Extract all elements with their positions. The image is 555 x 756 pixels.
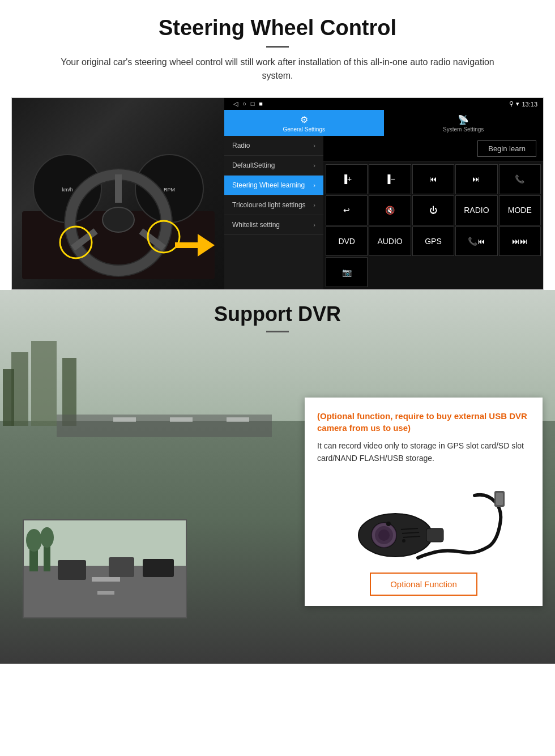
svg-point-43	[402, 539, 405, 543]
gps-btn[interactable]: GPS	[412, 227, 454, 257]
tab-system-label: System Settings	[443, 126, 484, 133]
menu-steering-wheel[interactable]: Steering Wheel learning ›	[224, 176, 323, 195]
prev-btn[interactable]: ⏮	[412, 164, 454, 194]
menu-steering-label: Steering Wheel learning	[232, 181, 305, 189]
dvr-info-box: (Optional function, require to buy exter…	[305, 398, 543, 606]
tab-system-settings[interactable]: 📡 System Settings	[384, 110, 544, 136]
svg-rect-25	[92, 577, 120, 582]
menu-radio[interactable]: Radio ›	[224, 136, 323, 156]
mute-icon: 🔇	[385, 206, 395, 215]
menu-default-setting[interactable]: DefaultSetting ›	[224, 156, 323, 176]
camera-icon: 📷	[342, 268, 352, 277]
steering-title: Steering Wheel Control	[11, 16, 544, 40]
vol-up-btn[interactable]: ▐+	[326, 164, 368, 194]
mute-btn[interactable]: 🔇	[369, 195, 411, 225]
steering-description: Your original car's steering wheel contr…	[45, 55, 510, 83]
menu-tricoloured[interactable]: Tricoloured light settings ›	[224, 195, 323, 215]
steering-title-area: Steering Wheel Control Your original car…	[0, 0, 555, 87]
mode-icon: MODE	[508, 206, 532, 215]
status-time: 13:13	[522, 101, 537, 108]
svg-point-31	[26, 529, 42, 552]
audio-icon: AUDIO	[377, 237, 402, 246]
skip-back-icon: ⏮	[429, 174, 437, 183]
chevron-icon: ›	[313, 221, 315, 228]
dvr-thumbnail	[23, 519, 187, 618]
right-panel: Begin learn ▐+ ▐− ⏮ ⏭ 📞 ↩ 🔇 ⏻ R	[323, 136, 543, 289]
menu-default-label: DefaultSetting	[232, 161, 275, 169]
menu-tricoloured-label: Tricoloured light settings	[232, 201, 306, 209]
svg-point-10	[103, 207, 134, 232]
tab-general-settings[interactable]: ⚙ General Settings	[224, 110, 384, 136]
dvd-btn[interactable]: DVD	[326, 227, 368, 257]
begin-learn-button[interactable]: Begin learn	[477, 140, 536, 157]
vol-down-btn[interactable]: ▐−	[369, 164, 411, 194]
audio-btn[interactable]: AUDIO	[369, 227, 411, 257]
phone-prev-btn[interactable]: 📞⏮	[455, 227, 497, 257]
svg-text:km/h: km/h	[62, 187, 73, 193]
ui-screenshot: km/h RPM	[11, 97, 544, 290]
vol-up-icon: ▐+	[341, 174, 352, 183]
wifi-icon: ▾	[516, 100, 519, 108]
svg-rect-41	[426, 528, 443, 542]
chevron-icon: ›	[313, 162, 315, 169]
steering-photo: km/h RPM	[12, 98, 224, 290]
radio-label-icon: RADIO	[464, 206, 489, 215]
next-btn[interactable]: ⏭	[455, 164, 497, 194]
android-ui: ◁ ○ □ ■ ⚲ ▾ 13:13 ⚙ General Settings	[224, 98, 543, 289]
tab-bar: ⚙ General Settings 📡 System Settings	[224, 110, 543, 136]
status-bar: ◁ ○ □ ■ ⚲ ▾ 13:13	[224, 98, 543, 110]
svg-rect-21	[170, 417, 193, 422]
svg-rect-20	[113, 417, 136, 422]
svg-rect-16	[31, 341, 57, 426]
optional-function-button[interactable]: Optional Function	[370, 573, 477, 596]
power-icon: ⏻	[429, 206, 437, 215]
chevron-icon: ›	[313, 142, 315, 149]
menu-icon: ■	[259, 100, 263, 108]
dvr-camera-area	[317, 473, 530, 573]
control-button-grid: ▐+ ▐− ⏮ ⏭ 📞 ↩ 🔇 ⏻ RADIO MODE DVD AUDIO	[323, 162, 543, 289]
svg-rect-14	[175, 242, 199, 248]
svg-rect-18	[3, 369, 14, 426]
skip-fwd-icon: ⏭	[472, 174, 480, 183]
menu-whitelist[interactable]: Whitelist setting ›	[224, 215, 323, 235]
svg-point-42	[386, 522, 391, 526]
phone-icon: 📞	[515, 174, 524, 183]
settings-gear-icon: ⚙	[300, 114, 308, 125]
dvr-camera-svg	[339, 479, 509, 563]
svg-rect-26	[97, 591, 114, 595]
dvr-optional-notice: (Optional function, require to buy exter…	[317, 410, 530, 434]
fwd2-btn[interactable]: ⏭⏭	[499, 227, 541, 257]
title-divider	[266, 46, 289, 48]
steering-section: Steering Wheel Control Your original car…	[0, 0, 555, 290]
mode-btn[interactable]: MODE	[499, 195, 541, 225]
svg-point-33	[40, 527, 54, 548]
main-content: Radio › DefaultSetting › Steering Wheel …	[224, 136, 543, 289]
svg-rect-27	[58, 560, 86, 580]
begin-learn-area: Begin learn	[323, 136, 543, 162]
svg-rect-29	[143, 559, 174, 577]
system-icon: 📡	[458, 114, 469, 125]
vol-down-icon: ▐−	[385, 174, 395, 183]
chevron-icon: ›	[313, 182, 315, 189]
back-call-btn[interactable]: ↩	[326, 195, 368, 225]
dvr-section: Support DVR	[0, 290, 555, 664]
cam-btn[interactable]: 📷	[326, 257, 368, 287]
steering-wheel-svg: km/h RPM	[22, 109, 215, 279]
chevron-icon: ›	[313, 202, 315, 208]
dvr-title-divider	[266, 331, 289, 332]
dvr-title-overlay: Support DVR	[0, 290, 555, 332]
left-menu: Radio › DefaultSetting › Steering Wheel …	[224, 136, 323, 289]
tab-general-label: General Settings	[283, 126, 326, 133]
power-btn[interactable]: ⏻	[412, 195, 454, 225]
dvr-thumbnail-inner	[24, 520, 186, 617]
back-icon: ◁	[233, 100, 238, 108]
radio-btn[interactable]: RADIO	[455, 195, 497, 225]
status-icons: ⚲ ▾ 13:13	[509, 100, 537, 108]
gps-icon: GPS	[425, 237, 442, 246]
svg-point-40	[372, 523, 396, 548]
thumbnail-svg	[24, 520, 187, 618]
location-icon: ⚲	[509, 100, 514, 108]
svg-rect-28	[109, 557, 134, 577]
phone-btn[interactable]: 📞	[499, 164, 541, 194]
svg-rect-22	[227, 417, 249, 422]
